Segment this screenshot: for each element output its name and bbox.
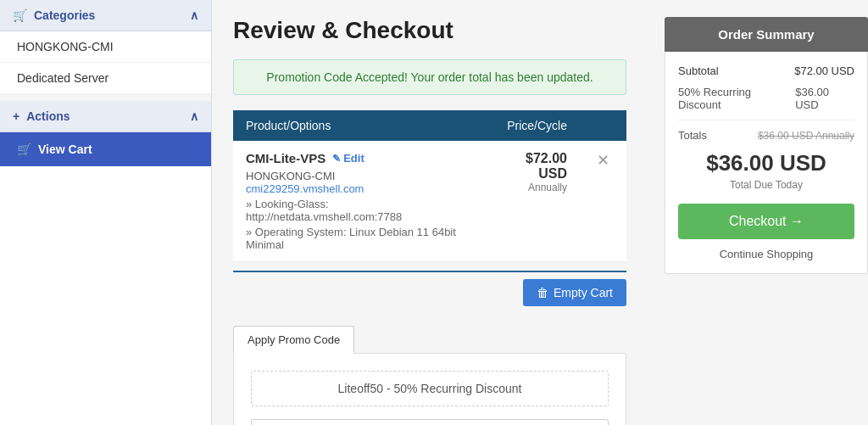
cart-actions: 🗑 Empty Cart	[233, 271, 626, 313]
remove-cell: ✕	[580, 141, 626, 262]
summary-body: Subtotal $72.00 USD 50% Recurring Discou…	[665, 52, 868, 274]
promo-banner-text: Promotion Code Accepted! Your order tota…	[266, 70, 593, 84]
promo-banner: Promotion Code Accepted! Your order tota…	[233, 59, 626, 95]
detail-line-2: » Operating System: Linux Debian 11 64bi…	[246, 226, 471, 251]
hostname-text: cmi229259.vmshell.com	[246, 182, 471, 195]
price-cycle: Annually	[497, 182, 567, 193]
view-cart-icon: 🛒	[17, 143, 31, 156]
location-text: HONGKONG-CMI	[246, 170, 471, 182]
right-panel: Order Summary Subtotal $72.00 USD 50% Re…	[648, 0, 868, 425]
col-remove	[580, 110, 626, 141]
product-name-row: CMI-Lite-VPS ✎ Edit	[246, 151, 471, 165]
detail-line-1: » Looking-Glass: http://netdata.vmshell.…	[246, 198, 471, 223]
col-price: Price/Cycle	[484, 110, 580, 141]
actions-header[interactable]: + Actions ∧	[0, 94, 211, 132]
sidebar-item-label: HONGKONG-CMI	[17, 40, 114, 53]
discount-row: 50% Recurring Discount $36.00 USD	[678, 86, 854, 111]
sidebar-item-hongkong-cmi[interactable]: HONGKONG-CMI	[0, 31, 211, 63]
actions-label: Actions	[26, 109, 70, 123]
tab-bar: Apply Promo Code	[233, 326, 626, 354]
hostname-link[interactable]: cmi229259.vmshell.com	[246, 182, 364, 195]
col-product: Product/Options	[233, 110, 484, 141]
promo-section: Liteoff50 - 50% Recurring Discount Remov…	[233, 353, 626, 425]
summary-divider	[678, 120, 854, 120]
product-details: HONGKONG-CMI cmi229259.vmshell.com » Loo…	[246, 170, 471, 251]
product-name-text: CMI-Lite-VPS	[246, 151, 326, 165]
categories-label: Categories	[34, 8, 95, 22]
subtotal-label: Subtotal	[678, 64, 719, 77]
price-cell: $72.00 USD Annually	[484, 141, 580, 262]
main-content: Review & Checkout Promotion Code Accepte…	[212, 0, 648, 425]
summary-header: Order Summary	[665, 17, 868, 52]
plus-icon: +	[13, 109, 19, 123]
page-title: Review & Checkout	[233, 17, 626, 44]
checkout-button[interactable]: Checkout →	[678, 204, 854, 239]
table-row: CMI-Lite-VPS ✎ Edit HONGKONG-CMI cmi2292…	[233, 141, 626, 262]
due-label: Total Due Today	[678, 179, 854, 191]
trash-icon: 🗑	[537, 286, 548, 299]
cart-table: Product/Options Price/Cycle CMI-Lite-VPS…	[233, 110, 626, 262]
discount-label: 50% Recurring Discount	[678, 86, 795, 111]
cart-icon: 🛒	[13, 8, 27, 22]
continue-shopping-link[interactable]: Continue Shopping	[678, 248, 854, 260]
sidebar-item-label: Dedicated Server	[17, 71, 108, 85]
edit-link[interactable]: ✎ Edit	[332, 152, 364, 165]
totals-value: $36.00 USD Annually	[758, 130, 854, 142]
totals-label: Totals	[678, 129, 707, 142]
sidebar: 🛒 Categories ∧ HONGKONG-CMI Dedicated Se…	[0, 0, 212, 425]
view-cart-item[interactable]: 🛒 View Cart	[0, 132, 211, 166]
subtotal-row: Subtotal $72.00 USD	[678, 64, 854, 77]
categories-chevron: ∧	[190, 8, 198, 22]
sidebar-item-dedicated-server[interactable]: Dedicated Server	[0, 63, 211, 94]
big-price-amount: $36.00 USD	[706, 150, 826, 176]
discount-value: $36.00 USD	[795, 86, 854, 111]
promo-code-display: Liteoff50 - 50% Recurring Discount	[251, 371, 609, 406]
big-price: $36.00 USD	[678, 150, 854, 176]
actions-chevron: ∧	[190, 109, 198, 123]
remove-promo-button[interactable]: Remove Promotion Code	[251, 419, 609, 425]
product-cell: CMI-Lite-VPS ✎ Edit HONGKONG-CMI cmi2292…	[233, 141, 484, 262]
subtotal-value: $72.00 USD	[794, 64, 854, 77]
tab-apply-promo[interactable]: Apply Promo Code	[233, 326, 354, 354]
totals-row: Totals $36.00 USD Annually	[678, 129, 854, 142]
order-summary: Order Summary Subtotal $72.00 USD 50% Re…	[665, 17, 868, 274]
view-cart-label: View Cart	[38, 143, 92, 156]
price-amount: $72.00 USD	[497, 151, 567, 182]
categories-header[interactable]: 🛒 Categories ∧	[0, 0, 211, 31]
pencil-icon: ✎	[332, 153, 341, 165]
remove-item-button[interactable]: ✕	[593, 151, 614, 170]
empty-cart-button[interactable]: 🗑 Empty Cart	[523, 279, 626, 306]
